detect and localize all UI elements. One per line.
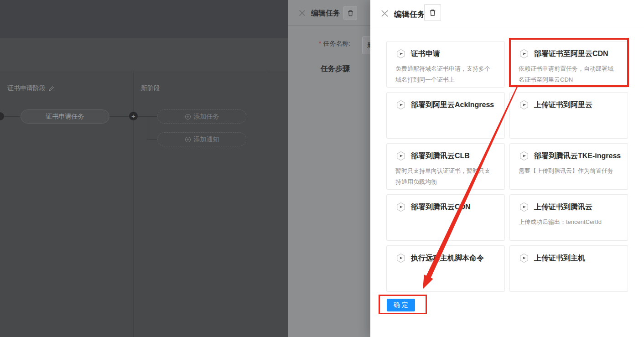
plugin-hexagon-icon xyxy=(395,150,406,161)
circle-plus-icon xyxy=(185,136,191,143)
task-type-card[interactable]: 部署到腾讯云TKE-ingress 需要【上传到腾讯云】作为前置任务 xyxy=(509,143,628,190)
task-type-description: 免费通配符域名证书申请，支持多个域名打到同一个证书上 xyxy=(395,63,496,85)
stage2-label-text: 新阶段 xyxy=(141,84,160,93)
confirm-button[interactable]: 确 定 xyxy=(387,299,415,311)
task-type-card-grid: 证书申请 免费通配符域名证书申请，支持多个域名打到同一个证书上 部署证书至阿里云… xyxy=(386,41,628,292)
task-type-title: 执行远程主机脚本命令 xyxy=(411,254,484,263)
task-type-title: 证书申请 xyxy=(411,49,440,59)
add-task-button[interactable]: 添加任务 xyxy=(157,109,246,124)
stage2-label: 新阶段 xyxy=(141,84,160,93)
task-type-title: 上传证书到主机 xyxy=(534,254,585,263)
task-type-description: 上传成功后输出：tencentCertId xyxy=(519,217,619,228)
plugin-hexagon-icon xyxy=(519,202,530,213)
circle-plus-icon xyxy=(185,114,191,120)
task-type-card[interactable]: 证书申请 免费通配符域名证书申请，支持多个域名打到同一个证书上 xyxy=(386,41,505,88)
task-type-card[interactable]: 上传证书到阿里云 xyxy=(509,92,628,139)
plugin-hexagon-icon xyxy=(395,253,406,264)
task-type-title: 部署到腾讯云CLB xyxy=(411,151,470,161)
task-type-title: 部署到腾讯云TKE-ingress xyxy=(534,151,621,161)
screenshot-root: 证书申请阶段 新阶段 证书申请任务 + 添加任务 xyxy=(0,0,644,337)
drawer-title: 编辑任务 xyxy=(394,9,425,20)
plugin-hexagon-icon xyxy=(519,48,530,59)
task-type-card[interactable]: 部署到阿里云AckIngress xyxy=(386,92,505,139)
task-type-card[interactable]: 执行远程主机脚本命令 xyxy=(386,245,505,292)
task-type-card[interactable]: 部署到腾讯云CLB 暂时只支持单向认证证书，暂时只支持通用负载均衡 xyxy=(386,143,505,190)
plugin-hexagon-icon xyxy=(519,99,530,110)
task-type-title: 上传证书到腾讯云 xyxy=(534,202,592,212)
plugin-hexagon-icon xyxy=(519,150,530,161)
delete-task-button[interactable] xyxy=(343,6,357,20)
plugin-hexagon-icon xyxy=(519,253,530,264)
task-type-card[interactable]: 部署到腾讯云CDN xyxy=(386,194,505,241)
required-mark: * xyxy=(319,40,321,47)
task-name-label-text: 任务名称: xyxy=(323,40,350,47)
task-type-description: 需要【上传到腾讯云】作为前置任务 xyxy=(519,166,619,176)
task-type-description: 依赖证书申请前置任务，自动部署域名证书至阿里云CDN xyxy=(519,63,619,85)
edit-task-drawer-behind: 编辑任务 *任务名称: 任务步骤 xyxy=(288,0,370,337)
task-type-title: 部署证书至阿里云CDN xyxy=(534,49,608,59)
task-type-card[interactable]: 上传证书到主机 xyxy=(509,245,628,292)
task-type-title: 上传证书到阿里云 xyxy=(534,100,592,110)
task-type-card[interactable]: 上传证书到腾讯云 上传成功后输出：tencentCertId xyxy=(509,194,628,241)
stage1-label-text: 证书申请阶段 xyxy=(7,84,46,93)
task-type-description: 暂时只支持单向认证证书，暂时只支持通用负载均衡 xyxy=(395,166,496,187)
drawer-title: 编辑任务 xyxy=(311,9,340,18)
task-node-cert-request[interactable]: 证书申请任务 xyxy=(21,109,109,124)
task-name-label: *任务名称: xyxy=(319,40,350,48)
trash-icon xyxy=(429,9,436,17)
delete-task-button[interactable] xyxy=(424,4,441,21)
add-stage-plus-button[interactable]: + xyxy=(129,112,138,120)
task-node-label: 证书申请任务 xyxy=(46,113,84,121)
task-type-card[interactable]: 部署证书至阿里云CDN 依赖证书申请前置任务，自动部署域名证书至阿里云CDN xyxy=(509,41,628,88)
connector-line xyxy=(109,116,129,117)
task-type-title: 部署到阿里云AckIngress xyxy=(411,100,494,110)
plugin-hexagon-icon xyxy=(395,99,406,110)
connector-line xyxy=(138,116,157,117)
plugin-hexagon-icon xyxy=(395,48,406,59)
add-notify-label: 添加通知 xyxy=(194,135,219,144)
close-icon[interactable] xyxy=(299,10,306,16)
edit-pencil-icon[interactable] xyxy=(48,86,54,92)
add-task-label: 添加任务 xyxy=(194,113,219,121)
trash-icon xyxy=(347,10,354,17)
connector-line xyxy=(147,116,147,140)
task-type-title: 部署到腾讯云CDN xyxy=(411,202,471,212)
close-icon[interactable] xyxy=(381,10,389,17)
connector-line xyxy=(147,139,157,140)
task-steps-heading: 任务步骤 xyxy=(321,64,350,74)
plugin-hexagon-icon xyxy=(395,202,406,213)
stage1-label: 证书申请阶段 xyxy=(7,84,54,93)
task-name-input[interactable] xyxy=(362,36,370,54)
edit-task-drawer-front: 编辑任务 证书申请 免费通配符域名证书申请，支持多个域名打到同一个证书上 xyxy=(370,0,644,337)
add-notify-button[interactable]: 添加通知 xyxy=(157,132,246,146)
stage-divider xyxy=(269,72,269,337)
plus-icon: + xyxy=(131,113,135,119)
